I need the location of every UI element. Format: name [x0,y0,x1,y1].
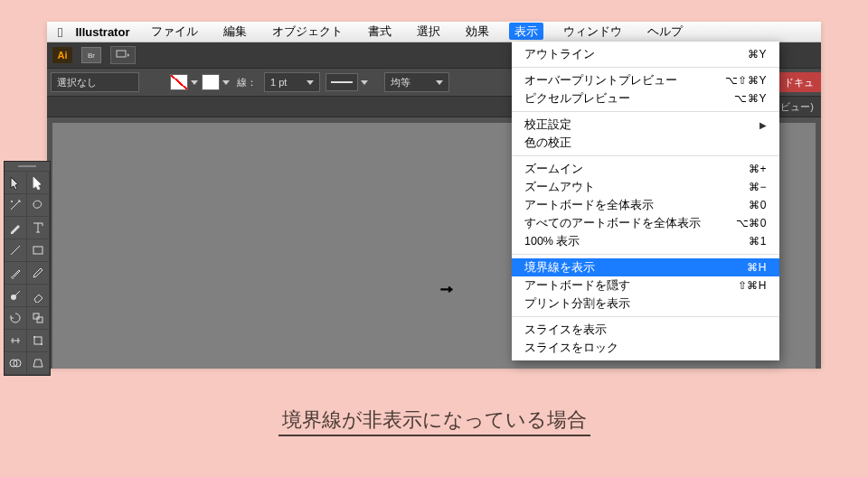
menu-item-スライスをロック[interactable]: スライスをロック [512,339,779,357]
tool-pencil[interactable] [27,262,50,285]
tools-panel [4,161,51,376]
menu-item-shortcut: ⌥⌘0 [736,217,767,229]
svg-rect-0 [117,51,126,57]
menu-item-100% 表示[interactable]: 100% 表示⌘1 [512,232,779,250]
line-style-dropdown[interactable] [326,73,358,91]
mac-menubar:  Illustrator ファイル編集オブジェクト書式選択効果表示ウィンドウヘ… [47,22,821,42]
menu-item-label: 色の校正 [524,136,571,151]
tool-rectangle[interactable] [27,239,50,262]
menu-item-shortcut: ⌘0 [749,199,767,211]
fill-swatch[interactable] [170,74,188,90]
tool-eraser[interactable] [27,285,50,307]
menu-item-プリント分割を表示[interactable]: プリント分割を表示 [512,295,779,313]
svg-rect-2 [33,247,42,254]
menu-item-shortcut: ⇧⌘H [738,279,767,292]
menu-item-label: ズームイン [524,162,583,177]
menu-item-ピクセルプレビュー[interactable]: ピクセルプレビュー⌥⌘Y [512,89,779,108]
tool-blob-brush[interactable] [5,285,27,307]
menubar-item-選択[interactable]: 選択 [411,23,446,40]
tool-free-transform[interactable] [27,330,50,352]
ai-logo-icon: Ai [52,47,72,63]
tools-grip[interactable] [5,162,50,172]
menu-item-アートボードを隠す[interactable]: アートボードを隠す⇧⌘H [512,276,779,295]
menu-item-すべてのアートボードを全体表示[interactable]: すべてのアートボードを全体表示⌥⌘0 [512,214,779,232]
annotation-arrow-icon: → [438,278,456,299]
app-window:  Illustrator ファイル編集オブジェクト書式選択効果表示ウィンドウヘ… [47,22,821,367]
chevron-down-icon[interactable] [191,80,198,85]
stroke-weight-input[interactable]: 1 pt [264,72,320,92]
tool-type[interactable] [27,217,50,239]
tool-width[interactable] [5,330,27,352]
menu-item-shortcut: ⌘Y [748,48,767,61]
tool-magic-wand[interactable] [5,194,27,217]
tool-lasso[interactable] [27,194,50,217]
menu-item-shortcut: ⌘+ [749,163,767,175]
menubar-item-表示[interactable]: 表示 [509,23,543,40]
menubar-item-ヘルプ[interactable]: ヘルプ [642,23,688,40]
chevron-down-icon[interactable] [222,80,230,85]
tool-perspective[interactable] [27,352,50,375]
stroke-swatch[interactable] [202,74,220,90]
menu-item-shortcut: ⌥⌘Y [734,92,767,105]
menu-item-label: スライスを表示 [524,323,607,338]
menu-item-label: 校正設定 [524,117,571,133]
tool-direct-selection[interactable] [27,172,50,194]
stroke-label: 線： [237,76,257,89]
menubar-item-書式[interactable]: 書式 [363,23,397,40]
menu-item-label: ピクセルプレビュー [524,91,630,107]
menubar-item-オブジェクト[interactable]: オブジェクト [267,23,348,40]
svg-point-1 [11,201,13,202]
menubar-item-編集[interactable]: 編集 [218,23,252,40]
menu-item-ズームイン[interactable]: ズームイン⌘+ [512,160,779,178]
document-setup-button[interactable]: ドキュ [777,72,821,92]
menu-item-label: プリント分割を表示 [524,296,630,312]
menu-item-label: オーバープリントプレビュー [524,73,677,89]
menu-item-shortcut: ⌘H [747,261,767,274]
menu-item-オーバープリントプレビュー[interactable]: オーバープリントプレビュー⌥⇧⌘Y [512,71,779,89]
menu-item-境界線を表示[interactable]: 境界線を表示⌘H [512,258,779,276]
menu-item-label: アートボードを隠す [524,278,630,294]
menubar-item-効果[interactable]: 効果 [460,23,495,40]
svg-rect-4 [33,313,39,319]
tool-scale[interactable] [27,307,50,330]
tool-selection[interactable] [5,172,27,194]
menu-item-label: アウトライン [524,47,595,62]
menu-item-shortcut: ⌥⇧⌘Y [725,74,767,87]
menu-item-shortcut: ⌘1 [749,235,767,248]
menu-item-label: 100% 表示 [524,234,580,249]
menu-item-label: アートボードを全体表示 [524,198,654,213]
caption: 境界線が非表示になっている場合 [0,407,868,434]
bridge-badge[interactable]: Br [81,47,101,63]
menubar-item-ファイル[interactable]: ファイル [146,23,203,40]
svg-rect-5 [37,317,42,323]
tool-rotate[interactable] [5,307,27,330]
menu-item-スライスを表示[interactable]: スライスを表示 [512,321,779,339]
workspace-dropdown[interactable] [110,46,136,64]
menubar-item-ウィンドウ[interactable]: ウィンドウ [558,23,627,40]
svg-point-7 [33,336,35,338]
menu-item-アウトライン[interactable]: アウトライン⌘Y [512,45,779,63]
menu-item-shortcut: ⌘− [749,181,767,193]
tool-pen[interactable] [5,217,27,239]
svg-point-8 [41,343,42,345]
app-name[interactable]: Illustrator [75,25,129,39]
menu-item-label: ズームアウト [524,180,595,195]
tool-line[interactable] [5,239,27,262]
svg-rect-6 [34,337,42,344]
selection-info: 選択なし [51,72,139,92]
tool-shape-builder[interactable] [5,352,27,375]
menu-item-ズームアウト[interactable]: ズームアウト⌘− [512,178,779,196]
menu-item-label: スライスをロック [524,341,618,356]
menu-item-label: すべてのアートボードを全体表示 [524,216,701,231]
menu-item-アートボードを全体表示[interactable]: アートボードを全体表示⌘0 [512,196,779,214]
apple-icon[interactable]:  [58,24,62,40]
menu-item-色の校正[interactable]: 色の校正 [512,134,779,152]
menu-item-label: 境界線を表示 [524,260,595,276]
uniform-dropdown[interactable]: 均等 [384,72,449,92]
chevron-down-icon[interactable] [361,80,368,85]
tool-brush[interactable] [5,262,27,285]
view-menu-dropdown: アウトライン⌘Yオーバープリントプレビュー⌥⇧⌘Yピクセルプレビュー⌥⌘Y校正設… [512,42,779,360]
menu-item-校正設定[interactable]: 校正設定 [512,116,779,134]
